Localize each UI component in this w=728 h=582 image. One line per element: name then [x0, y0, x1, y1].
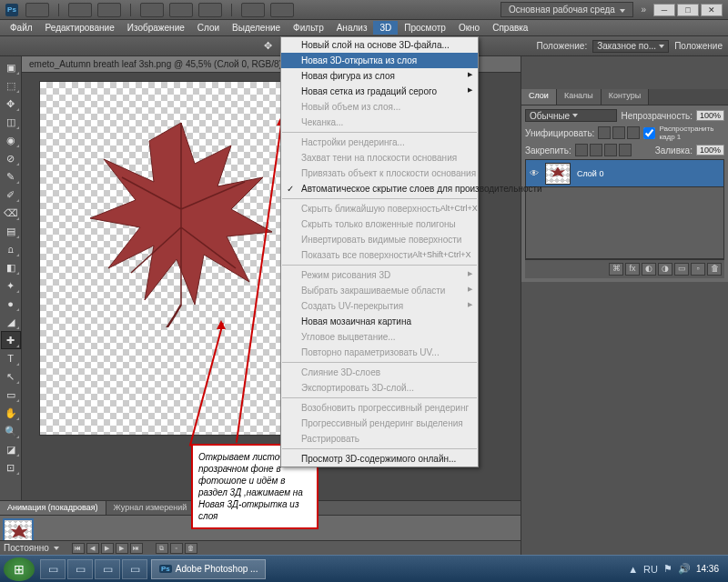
titlebar-tool[interactable] — [198, 3, 222, 17]
panel-tab[interactable]: Слои — [521, 89, 557, 105]
loop-dropdown[interactable]: Постоянно — [4, 543, 49, 553]
unify-icon[interactable] — [612, 126, 625, 139]
tool-button[interactable]: ▭ — [1, 386, 21, 404]
play-button[interactable]: ▶ — [101, 543, 114, 554]
visibility-icon[interactable]: 👁 — [526, 168, 542, 178]
tray-icon[interactable]: ▲ — [628, 564, 638, 575]
tool-button[interactable]: ✐ — [1, 186, 21, 204]
titlebar-tool[interactable] — [241, 3, 265, 17]
tool-button[interactable]: ◫ — [1, 113, 21, 131]
menu-фильтр[interactable]: Фильтр — [287, 21, 330, 35]
minimize-button[interactable]: ─ — [653, 4, 675, 16]
layer-name[interactable]: Слой 0 — [573, 169, 603, 178]
taskbar-icon[interactable]: ▭ — [95, 559, 120, 579]
tool-button[interactable]: ◢ — [1, 313, 21, 331]
tween-button[interactable]: ⧉ — [156, 543, 168, 554]
panel-tab[interactable]: Каналы — [557, 89, 602, 105]
layer-thumbnail[interactable] — [545, 163, 571, 185]
last-frame-button[interactable]: ⏭ — [130, 543, 143, 554]
panel-tab[interactable]: Контуры — [602, 89, 649, 105]
tool-button[interactable]: ⩍ — [1, 240, 21, 258]
fx-icon[interactable]: fx — [625, 263, 640, 276]
menu-выделение[interactable]: Выделение — [226, 21, 287, 35]
tool-button[interactable]: ◪ — [1, 440, 21, 458]
adjustment-icon[interactable]: ◑ — [658, 263, 672, 276]
menu-item[interactable]: Просмотр 3D-содержимого онлайн... — [281, 451, 478, 467]
delete-icon[interactable]: 🗑 — [707, 263, 722, 276]
tray-icon[interactable]: 🔊 — [678, 563, 691, 575]
titlebar-tool[interactable] — [270, 3, 294, 17]
preset-dropdown[interactable]: Заказное по... — [592, 40, 669, 53]
tool-button[interactable]: ↖ — [1, 367, 21, 386]
tool-button[interactable]: ⊘ — [1, 149, 21, 167]
menu-item[interactable]: Новая сетка из градаций серого — [281, 84, 478, 99]
clock[interactable]: 14:36 — [696, 564, 719, 574]
panel-tab[interactable]: Анимация (покадровая) — [0, 501, 106, 515]
tray-lang[interactable]: RU — [643, 564, 658, 575]
tool-button[interactable]: ◉ — [1, 131, 21, 149]
tool-button[interactable]: ▣ — [1, 58, 21, 76]
unify-icon[interactable] — [598, 126, 611, 139]
link-icon[interactable]: ⌘ — [609, 263, 623, 276]
workspace-selector[interactable]: Основная рабочая среда — [500, 2, 633, 17]
group-icon[interactable]: ▭ — [674, 263, 689, 276]
titlebar-tool[interactable] — [140, 3, 164, 17]
tool-button[interactable]: ⬚ — [1, 76, 21, 95]
menu-слои[interactable]: Слои — [191, 21, 226, 35]
lock-icon[interactable] — [604, 144, 617, 156]
titlebar-tool[interactable] — [25, 3, 49, 17]
prev-frame-button[interactable]: ◀ — [86, 543, 99, 554]
menu-item[interactable]: Новая 3D-открытка из слоя — [281, 53, 478, 68]
maximize-button[interactable]: □ — [677, 4, 699, 16]
tool-button[interactable]: ⊡ — [1, 458, 21, 477]
tool-button[interactable]: ◧ — [1, 258, 21, 276]
opacity-value[interactable]: 100% — [696, 110, 724, 121]
menu-item[interactable]: Новый слой на основе 3D-файла... — [281, 37, 478, 53]
start-button[interactable]: ⊞ — [4, 557, 35, 581]
delete-frame-button[interactable]: 🗑 — [185, 543, 197, 554]
lock-icon[interactable] — [619, 144, 632, 156]
titlebar-tool[interactable] — [68, 3, 92, 17]
new-layer-icon[interactable]: ▫ — [691, 263, 705, 276]
lock-icon[interactable] — [590, 144, 602, 156]
new-frame-button[interactable]: ▫ — [170, 543, 183, 554]
menu-редактирование[interactable]: Редактирование — [39, 21, 121, 35]
blend-mode-dropdown[interactable]: Обычные — [525, 109, 617, 122]
close-button[interactable]: ✕ — [701, 4, 723, 16]
taskbar-icon[interactable]: ▭ — [122, 559, 147, 579]
taskbar-icon[interactable]: ▭ — [67, 559, 93, 579]
menu-файл[interactable]: Файл — [4, 21, 39, 35]
tool-button[interactable]: ⌫ — [1, 204, 21, 222]
titlebar-tool[interactable] — [97, 3, 121, 17]
panel-tab[interactable]: Журнал измерений — [106, 501, 196, 515]
tool-button[interactable]: ✦ — [1, 276, 21, 295]
next-frame-button[interactable]: ▶ — [116, 543, 128, 554]
tool-button[interactable]: ● — [1, 295, 21, 313]
taskbar-app[interactable]: Ps Adobe Photoshop ... — [151, 559, 266, 579]
unify-icon[interactable] — [627, 126, 640, 139]
taskbar-icon[interactable]: ▭ — [40, 559, 66, 579]
tool-button[interactable]: ✚ — [1, 331, 21, 349]
menu-item[interactable]: Автоматическое скрытие слоев для произво… — [281, 181, 478, 196]
fill-value[interactable]: 100% — [696, 145, 724, 156]
tool-button[interactable]: ✥ — [1, 95, 21, 113]
titlebar-tool[interactable] — [169, 3, 193, 17]
menu-анализ[interactable]: Анализ — [330, 21, 374, 35]
current-tool-icon[interactable]: ✥ — [258, 37, 278, 55]
menu-просмотр[interactable]: Просмотр — [398, 21, 452, 35]
tool-button[interactable]: ✋ — [1, 404, 21, 422]
menu-3d[interactable]: 3D — [373, 21, 398, 35]
menu-справка[interactable]: Справка — [486, 21, 534, 35]
menu-item[interactable]: Новая фигура из слоя — [281, 68, 478, 84]
first-frame-button[interactable]: ⏮ — [72, 543, 85, 554]
mask-icon[interactable]: ◐ — [642, 263, 656, 276]
tool-button[interactable]: 🔍 — [1, 422, 21, 440]
menu-окно[interactable]: Окно — [452, 21, 486, 35]
lock-icon[interactable] — [575, 144, 588, 156]
document-tab[interactable]: emeto_Autumn breath leaf 3sh.png @ 45,5%… — [22, 56, 300, 72]
tool-button[interactable]: ✎ — [1, 167, 21, 186]
propagate-checkbox[interactable] — [643, 127, 655, 139]
menu-item[interactable]: Новая мозаичная картина — [281, 314, 478, 329]
layer-row[interactable]: 👁 Слой 0 — [526, 160, 723, 187]
tray-icon[interactable]: ⚑ — [663, 563, 672, 575]
